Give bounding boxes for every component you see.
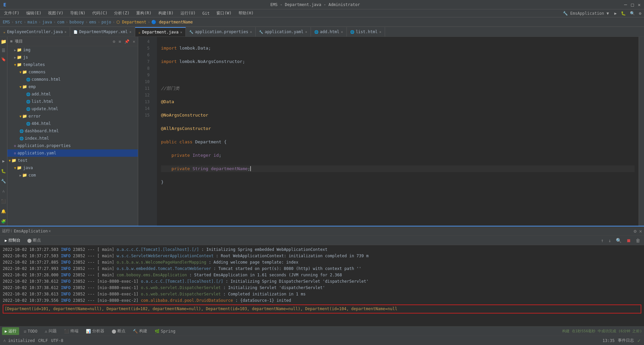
tree-node-js[interactable]: ▶ 📁 js	[7, 54, 138, 61]
nav-java[interactable]: java	[42, 20, 52, 24]
project-icon[interactable]: 📁	[0, 38, 7, 45]
terminal-icon[interactable]: ⬛	[0, 198, 7, 204]
close-button[interactable]: ✕	[638, 2, 641, 7]
tab-appprops[interactable]: 🔧 application.properties ×	[186, 27, 256, 37]
maximize-button[interactable]: □	[631, 2, 634, 7]
git-branch[interactable]: ⑃ initialized	[3, 338, 35, 343]
tab-close[interactable]: ×	[341, 30, 343, 34]
todo-button[interactable]: ☑ TODO	[21, 328, 40, 335]
menu-edit[interactable]: 编辑(E)	[23, 10, 44, 17]
tab-department[interactable]: ☕ Department.java ×	[135, 27, 186, 37]
git-icon[interactable]: ⑃	[2, 188, 5, 194]
structure-icon[interactable]: ☰	[1, 48, 6, 54]
down-icon[interactable]: ↓	[608, 238, 611, 243]
settings-button[interactable]: ⚙	[638, 11, 643, 16]
profiler-button[interactable]: 📊 分析器	[83, 327, 107, 335]
run-tab-close[interactable]: ×	[48, 229, 51, 233]
services-icon[interactable]: 🔧	[0, 178, 7, 184]
debug-button[interactable]: 🐛	[620, 11, 627, 16]
tree-close[interactable]: ✕	[133, 39, 135, 44]
code-content[interactable]: import lombok.Data; import lombok.NoArgs…	[157, 37, 639, 226]
tab-listhtml[interactable]: 🌐 list.html ×	[347, 27, 385, 37]
console-area[interactable]: 2022-10-02 10:37:27.503 INFO 23852 --- […	[0, 245, 644, 326]
tab-close[interactable]: ×	[305, 30, 307, 34]
menu-git[interactable]: Git	[200, 10, 212, 16]
notifications-icon[interactable]: 🔔	[0, 208, 7, 214]
build-button[interactable]: 🔨 构建	[130, 327, 150, 335]
tree-node-commons[interactable]: ▼ 📁 commons	[7, 68, 138, 76]
run-app-button[interactable]: ▶ 运行	[2, 327, 19, 335]
bookmarks-icon[interactable]: 🔖	[0, 56, 7, 62]
tree-node-test[interactable]: ▼ 📁 test	[7, 157, 138, 164]
spring-button[interactable]: 🌿 Spring	[152, 328, 178, 335]
tree-node-index[interactable]: 🌐 index.html	[7, 135, 138, 142]
plugins-icon[interactable]: 🧩	[0, 218, 7, 224]
menu-file[interactable]: 文件(F)	[1, 10, 22, 17]
tree-node-emp[interactable]: ▼ 📁 emp	[7, 83, 138, 90]
tab-addhtml[interactable]: 🌐 add.html ×	[311, 27, 347, 37]
console-tab[interactable]: ▶ 控制台	[3, 237, 22, 244]
tree-node-add-html[interactable]: 🌐 add.html	[7, 90, 138, 98]
tree-options[interactable]: ⚙	[113, 39, 115, 44]
nav-department[interactable]: ⬡ Department	[116, 20, 146, 24]
bottom-close-icon[interactable]: ✕	[639, 228, 642, 234]
filter-icon[interactable]: 🔍	[616, 238, 622, 243]
menu-view[interactable]: 视图(V)	[45, 10, 66, 17]
tree-node-dashboard[interactable]: 🌐 dashboard.html	[7, 127, 138, 135]
tree-node-templates[interactable]: ▼ 📁 templates	[7, 61, 138, 68]
menu-run[interactable]: 运行(U)	[178, 10, 199, 17]
tree-pin[interactable]: 📌	[124, 39, 129, 44]
run-icon[interactable]: ▶	[2, 158, 5, 164]
run-config-selector[interactable]: 🔧 EmsApplication ▼	[560, 11, 612, 16]
tab-close[interactable]: ×	[64, 30, 66, 34]
nav-com[interactable]: com	[57, 20, 64, 24]
tab-close[interactable]: ×	[180, 30, 182, 34]
menu-build[interactable]: 构建(B)	[156, 10, 176, 17]
debug-icon[interactable]: 🐛	[0, 168, 7, 174]
breakpoints-button[interactable]: ⬤ 断点	[109, 327, 128, 335]
nav-bobooy[interactable]: bobooy	[69, 20, 84, 24]
nav-main[interactable]: main	[28, 20, 37, 24]
clear-icon[interactable]: 🗑	[636, 238, 640, 243]
tab-close[interactable]: ×	[129, 30, 131, 34]
events-log[interactable]: 事件日志	[618, 338, 634, 343]
tab-appyaml[interactable]: 🔧 application.yaml ×	[256, 27, 311, 37]
run-button[interactable]: ▶	[613, 11, 618, 16]
tab-employeecontroller[interactable]: ☕ EmployeeController.java ×	[0, 27, 70, 37]
tree-node-test-java[interactable]: ▼ 📁 java	[7, 164, 138, 171]
tree-node-test-com[interactable]: ▶ 📁 com	[7, 171, 138, 179]
tab-departmentmapper[interactable]: 📄 DepartmentMapper.xml ×	[70, 27, 135, 37]
nav-ems2[interactable]: ems	[89, 20, 97, 24]
search-button[interactable]: 🔍	[629, 11, 636, 16]
tab-close[interactable]: ×	[250, 30, 252, 34]
stop-icon[interactable]: ⏹	[626, 238, 631, 243]
up-icon[interactable]: ↑	[601, 238, 603, 243]
console-icon: ▶	[5, 238, 7, 243]
nav-src[interactable]: src	[15, 20, 22, 24]
code-editor[interactable]: 4 5 6 7 8 9 10 11 12 13 14 15 import lom…	[138, 37, 639, 226]
tree-node-update-html[interactable]: 🌐 update.html	[7, 105, 138, 113]
problems-button[interactable]: ⚠ 问题	[42, 327, 59, 335]
tab-close[interactable]: ×	[379, 30, 381, 34]
menu-analyze[interactable]: 分析(Z)	[111, 10, 132, 17]
menu-nav[interactable]: 导航(N)	[67, 10, 88, 17]
minimize-button[interactable]: ─	[624, 2, 627, 7]
nav-departmentName[interactable]: 🔵 departmentName	[151, 20, 193, 24]
terminal-button[interactable]: ⬛ 终端	[61, 327, 81, 335]
tree-collapse[interactable]: ≡	[119, 39, 121, 44]
nav-ems[interactable]: EMS	[3, 20, 10, 24]
tree-node-appyaml[interactable]: ⚙ application.yaml	[7, 149, 138, 157]
tree-node-img[interactable]: ▶ 📁 img	[7, 46, 138, 54]
nav-pojo[interactable]: pojo	[102, 20, 111, 24]
tree-node-appprops[interactable]: ⚙ application.properties	[7, 142, 138, 149]
bottom-settings-icon[interactable]: ⚙	[634, 228, 636, 234]
menu-code[interactable]: 代码(C)	[90, 10, 110, 17]
tree-node-error[interactable]: ▼ 📁 error	[7, 113, 138, 120]
tree-node-commons-html[interactable]: 🌐 commons.html	[7, 76, 138, 83]
tree-node-list-html[interactable]: 🌐 list.html	[7, 98, 138, 105]
menu-refactor[interactable]: 重构(R)	[133, 10, 154, 17]
menu-help[interactable]: 帮助(H)	[236, 10, 257, 17]
menu-window[interactable]: 窗口(W)	[214, 10, 234, 17]
breakpoint-tab[interactable]: ⬤ 断点	[25, 237, 43, 244]
tree-node-404[interactable]: 🌐 404.html	[7, 120, 138, 127]
